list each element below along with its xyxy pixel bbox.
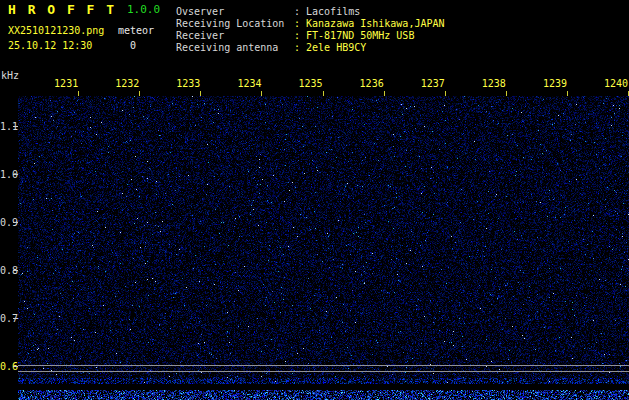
freq-tick-label: 0.6 — [0, 362, 20, 372]
freq-tick-label: 0.8 — [0, 266, 20, 276]
hrofft-output-window: H R O F F T 1.0.0 XX2510121230.png meteo… — [0, 0, 629, 400]
station-info-row: Receiving antenna: 2ele HB9CY — [176, 42, 445, 54]
freq-tick-label: 0.9 — [0, 218, 20, 228]
time-tick-label: 1237 — [421, 79, 445, 89]
meteor-counter-label: meteor — [118, 25, 154, 36]
station-info-row: Ovserver: Lacofilms — [176, 6, 445, 18]
time-tick-label: 1236 — [360, 79, 384, 89]
time-tick-label: 1233 — [176, 79, 200, 89]
station-info-row: Receiving Location: Kanazawa Ishikawa,JA… — [176, 18, 445, 30]
time-tick-label: 1231 — [54, 79, 78, 89]
meteor-count-value: 0 — [130, 40, 136, 51]
station-field-label: Ovserver — [176, 6, 294, 18]
freq-tick-label: 1.0 — [0, 170, 20, 180]
output-filename: XX2510121230.png — [8, 25, 104, 36]
station-field-value: : Kanazawa Ishikawa,JAPAN — [294, 18, 445, 29]
record-datetime: 25.10.12 12:30 — [8, 40, 92, 51]
time-tick-label: 1239 — [543, 79, 567, 89]
station-field-label: Receiving antenna — [176, 42, 294, 54]
app-version: 1.0.0 — [127, 3, 160, 16]
time-tick-label: 1238 — [482, 79, 506, 89]
station-field-label: Receiving Location — [176, 18, 294, 30]
station-field-value: : 2ele HB9CY — [294, 42, 366, 53]
station-info-block: Ovserver: LacofilmsReceiving Location: K… — [176, 6, 445, 54]
station-field-value: : Lacofilms — [294, 6, 360, 17]
station-info-row: Receiver: FT-817ND 50MHz USB — [176, 30, 445, 42]
freq-axis-unit-label: kHz — [1, 70, 19, 81]
time-tick-label: 1232 — [115, 79, 139, 89]
time-tick-label: 1234 — [237, 79, 261, 89]
station-field-label: Receiver — [176, 30, 294, 42]
signal-level-strip-canvas — [18, 390, 629, 400]
time-tick-label: 1235 — [299, 79, 323, 89]
station-field-value: : FT-817ND 50MHz USB — [294, 30, 414, 41]
time-tick-label: 1240 — [604, 79, 628, 89]
spectrogram-canvas — [18, 96, 629, 384]
freq-tick-label: 1.1 — [0, 122, 20, 132]
freq-tick-label: 0.7 — [0, 314, 20, 324]
app-title: H R O F F T — [8, 2, 116, 17]
